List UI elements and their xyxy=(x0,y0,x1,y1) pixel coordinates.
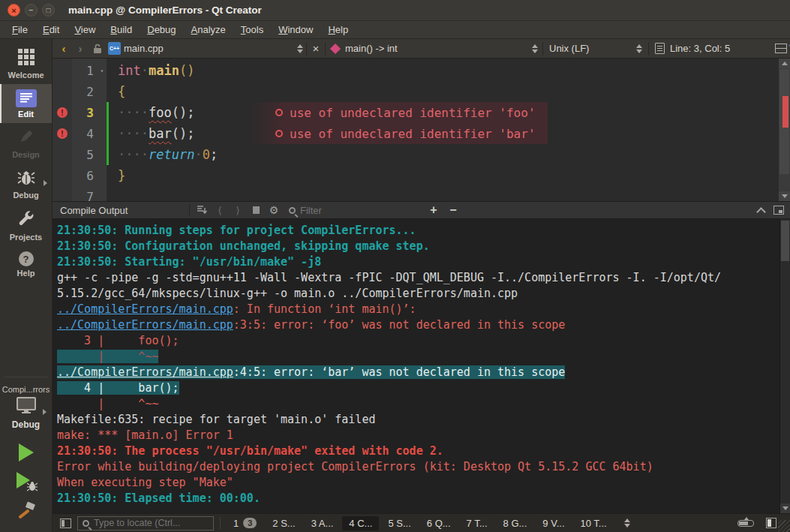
error-marker[interactable] xyxy=(782,96,788,128)
output-pane-button-3[interactable]: 3 A... xyxy=(305,516,341,530)
sidebar-item-help[interactable]: ?Help xyxy=(0,246,52,282)
zoom-out-button[interactable]: − xyxy=(443,203,463,217)
menu-help[interactable]: Help xyxy=(320,22,356,38)
code-text[interactable]: ····return·0; xyxy=(109,144,778,165)
editor-scrollbar[interactable] xyxy=(778,59,790,201)
output-pane-button-1[interactable]: 13 xyxy=(227,516,263,530)
menu-window[interactable]: Window xyxy=(271,22,320,38)
token-errid: foo xyxy=(149,105,172,120)
menu-tools[interactable]: Tools xyxy=(233,22,271,38)
output-scrollbar[interactable] xyxy=(779,219,790,513)
code-editor[interactable]: 1▾int·main()2{!3····foo();use of undecla… xyxy=(53,59,790,201)
editor-line-1[interactable]: 1▾int·main() xyxy=(53,60,778,81)
maximize-output-pane-icon[interactable] xyxy=(756,207,766,217)
pane-label: 7 T... xyxy=(467,518,488,529)
kit-flyout-arrow-icon xyxy=(43,409,47,415)
editor-margin-cell xyxy=(53,144,72,165)
editor-line-2[interactable]: 2{ xyxy=(53,81,778,102)
close-document-icon[interactable]: × xyxy=(307,42,325,55)
editor-line-3[interactable]: !3····foo();use of undeclared identifier… xyxy=(53,102,778,123)
file-link[interactable]: ../CompilerErrors/main.cpp xyxy=(57,365,233,379)
sidebar-item-debug[interactable]: Debug xyxy=(0,164,52,204)
document-dropdown-icon[interactable] xyxy=(297,44,303,53)
output-line: 21:30:50: Running steps for project Comp… xyxy=(57,223,775,239)
output-pane-button-10[interactable]: 10 T... xyxy=(574,516,614,530)
dock-output-pane-icon[interactable] xyxy=(773,206,784,215)
file-link[interactable]: ../CompilerErrors/main.cpp xyxy=(57,302,233,316)
toggle-right-panel-icon[interactable] xyxy=(766,518,776,528)
code-text[interactable]: ····bar();use of undeclared identifier '… xyxy=(109,123,778,144)
window-maximize-button[interactable]: □ xyxy=(42,4,55,17)
output-scrollbar-thumb[interactable] xyxy=(781,221,789,261)
output-filter[interactable] xyxy=(283,205,424,216)
editor-line-6[interactable]: 6} xyxy=(53,165,778,186)
split-editor-icon[interactable] xyxy=(775,44,787,53)
kit-selector[interactable]: Compi...rrors Debug xyxy=(0,380,52,434)
output-pane-button-8[interactable]: 8 G... xyxy=(497,516,534,530)
resize-grip[interactable] xyxy=(778,520,790,532)
locator-input[interactable] xyxy=(94,518,199,528)
symbol-selector[interactable]: main() -> int xyxy=(326,43,542,54)
build-progress-icon[interactable] xyxy=(737,520,754,527)
output-line: 21:30:50: Elapsed time: 00:00. xyxy=(57,491,775,506)
output-pane-button-2[interactable]: 2 S... xyxy=(266,516,302,530)
editor-line-7[interactable]: 7 xyxy=(53,186,778,201)
stop-icon[interactable] xyxy=(247,206,265,214)
sidebar-item-welcome[interactable]: Welcome xyxy=(0,44,52,84)
output-pane-button-4[interactable]: 4 C... xyxy=(342,516,379,530)
output-scroll-down-icon[interactable] xyxy=(780,503,790,513)
settings-gear-icon[interactable]: ⚙ xyxy=(265,204,283,216)
run-button[interactable] xyxy=(19,443,34,461)
previous-item-icon[interactable]: ⟨ xyxy=(211,205,229,216)
menu-view[interactable]: View xyxy=(67,22,103,38)
go-forward-icon[interactable]: › xyxy=(74,42,87,55)
build-hammer-button[interactable] xyxy=(15,500,38,523)
code-text[interactable]: ····foo();use of undeclared identifier '… xyxy=(109,102,778,123)
sidebar-item-edit[interactable]: Edit xyxy=(0,84,52,123)
go-back-icon[interactable]: ‹ xyxy=(57,42,71,55)
code-text[interactable]: } xyxy=(109,165,778,186)
next-item-icon[interactable]: ⟩ xyxy=(229,205,247,216)
scroll-up-icon[interactable] xyxy=(779,59,790,68)
action-buttons xyxy=(0,434,52,532)
line-ending-selector[interactable]: Unix (LF) xyxy=(543,43,648,54)
fold-marker-icon[interactable]: ▾ xyxy=(98,68,107,74)
pane-label: 1 xyxy=(233,518,239,529)
filter-input[interactable] xyxy=(300,205,390,216)
error-icon[interactable]: ! xyxy=(57,107,68,118)
zoom-in-button[interactable]: + xyxy=(424,203,443,217)
file-link[interactable]: ../CompilerErrors/main.cpp xyxy=(57,318,233,332)
toggle-left-sidebar-icon[interactable] xyxy=(60,518,71,528)
symbol-dropdown-icon[interactable] xyxy=(532,44,538,53)
menu-build[interactable]: Build xyxy=(103,22,140,38)
editor-line-5[interactable]: 5····return·0; xyxy=(53,144,778,165)
code-text[interactable]: int·main() xyxy=(109,60,778,81)
output-pane-list-icon[interactable] xyxy=(624,518,630,527)
menu-edit[interactable]: Edit xyxy=(35,22,67,38)
debug-run-button[interactable] xyxy=(17,472,36,490)
sidebar-item-projects[interactable]: Projects xyxy=(0,204,52,246)
output-pane-button-6[interactable]: 6 Q... xyxy=(420,516,458,530)
output-pane-button-9[interactable]: 9 V... xyxy=(536,516,571,530)
document-selector[interactable]: ‹ › C++ main.cpp xyxy=(53,42,306,55)
window-minimize-button[interactable]: − xyxy=(25,4,38,17)
scroll-to-bottom-icon[interactable] xyxy=(193,206,211,215)
locator[interactable] xyxy=(77,516,214,530)
menu-file[interactable]: File xyxy=(5,22,35,38)
error-icon[interactable]: ! xyxy=(57,128,68,139)
menu-debug[interactable]: Debug xyxy=(140,22,183,38)
editor-margin-cell xyxy=(53,81,72,102)
output-pane-button-7[interactable]: 7 T... xyxy=(460,516,494,530)
document-info-icon xyxy=(655,43,665,54)
code-text[interactable]: { xyxy=(109,81,778,102)
debug-flyout-arrow-icon[interactable] xyxy=(44,180,47,186)
menu-analyze[interactable]: Analyze xyxy=(184,22,233,38)
compile-output-pane[interactable]: 21:30:50: Running steps for project Comp… xyxy=(53,219,790,513)
scroll-down-icon[interactable] xyxy=(779,191,790,201)
output-text: : In function ‘int main()’: xyxy=(233,302,416,316)
editor-line-4[interactable]: !4····bar();use of undeclared identifier… xyxy=(53,123,778,144)
output-pane-button-5[interactable]: 5 S... xyxy=(381,516,417,530)
code-text[interactable] xyxy=(109,186,778,201)
window-close-button[interactable]: × xyxy=(8,4,20,17)
line-ending-dropdown-icon[interactable] xyxy=(636,44,642,53)
